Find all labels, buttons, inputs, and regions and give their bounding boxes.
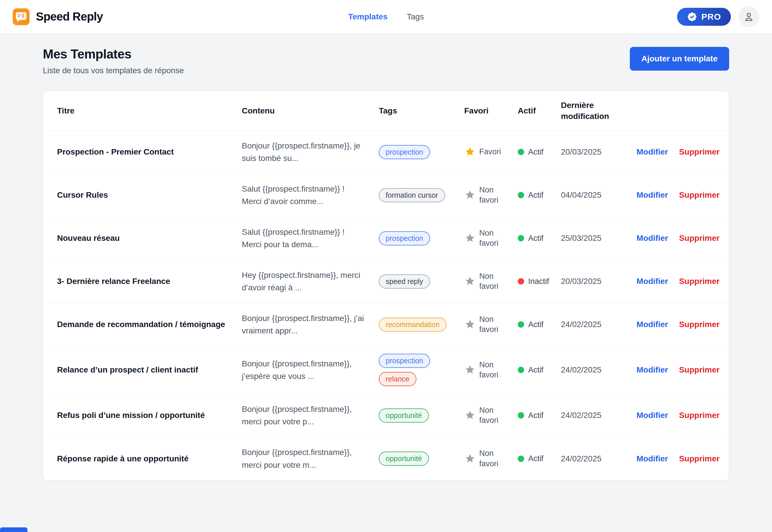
row-title: Prospection - Premier Contact	[57, 146, 242, 157]
row-status: Actif	[518, 366, 561, 375]
tag-pill: prospection	[379, 145, 430, 159]
row-title: Nouveau réseau	[57, 232, 242, 244]
person-icon	[743, 11, 755, 23]
edit-link[interactable]: Modifier	[637, 411, 668, 420]
row-content-preview: Salut {{prospect.firstname}} ! Merci d’a…	[242, 183, 373, 208]
add-template-button[interactable]: Ajouter un template	[630, 47, 729, 71]
favorite-label: Non favori	[479, 185, 509, 205]
tag-pill: opportunité	[379, 452, 429, 466]
edit-link[interactable]: Modifier	[637, 190, 668, 200]
active-dot-icon	[518, 367, 524, 373]
tag-pill: opportunité	[379, 408, 429, 423]
row-favorite: Non favori	[464, 185, 518, 205]
table-row: Refus poli d’une mission / opportunitéBo…	[43, 394, 729, 437]
edit-link[interactable]: Modifier	[637, 320, 668, 329]
row-actions: ModifierSupprimer	[637, 365, 720, 375]
favorite-label: Non favori	[479, 405, 509, 425]
speed-reply-logo-icon	[13, 8, 30, 25]
table-row: Demande de recommandation / témoignageBo…	[43, 303, 729, 346]
tag-pill: relance	[379, 372, 417, 386]
row-title: Relance d’un prospect / client inactif	[57, 364, 242, 375]
row-status: Actif	[518, 148, 561, 157]
nav-item-tags[interactable]: Tags	[407, 12, 424, 21]
row-tags: opportunité	[379, 452, 464, 466]
row-last-modified: 20/03/2025	[561, 277, 637, 286]
nonfavorite-star-icon[interactable]	[464, 364, 476, 376]
nonfavorite-star-icon[interactable]	[464, 319, 476, 330]
active-dot-icon	[518, 412, 524, 419]
delete-link[interactable]: Supprimer	[679, 147, 720, 157]
edit-link[interactable]: Modifier	[637, 234, 668, 243]
row-last-modified: 04/04/2025	[561, 190, 637, 200]
row-actions: ModifierSupprimer	[637, 277, 720, 286]
column-header-actif: Actif	[518, 105, 561, 116]
row-actions: ModifierSupprimer	[637, 190, 720, 200]
table-row: Relance d’un prospect / client inactifBo…	[43, 346, 729, 394]
row-tags: opportunité	[379, 408, 464, 423]
tag-pill: speed reply	[379, 274, 430, 289]
row-favorite: Non favori	[464, 448, 518, 469]
row-tags: prospection	[379, 145, 464, 159]
tag-pill: prospection	[379, 354, 430, 368]
active-dot-icon	[518, 456, 524, 462]
favorite-label: Non favori	[479, 360, 509, 380]
column-header-favori: Favori	[464, 105, 518, 116]
status-label: Actif	[528, 366, 544, 375]
user-avatar[interactable]	[738, 6, 759, 27]
row-title: Réponse rapide à une opportunité	[57, 453, 242, 464]
row-last-modified: 24/02/2025	[561, 411, 637, 420]
row-favorite: Non favori	[464, 228, 518, 248]
bottom-left-blue-indicator[interactable]	[0, 527, 27, 532]
status-label: Actif	[528, 234, 544, 243]
edit-link[interactable]: Modifier	[637, 365, 668, 375]
row-tags: speed reply	[379, 274, 464, 289]
nav-item-templates[interactable]: Templates	[348, 12, 388, 21]
row-actions: ModifierSupprimer	[637, 454, 720, 463]
row-content-preview: Bonjour {{prospect.firstname}}, j’ai vra…	[242, 312, 373, 337]
row-status: Actif	[518, 411, 561, 420]
edit-link[interactable]: Modifier	[637, 147, 668, 157]
favorite-star-icon[interactable]	[464, 146, 476, 158]
delete-link[interactable]: Supprimer	[679, 454, 720, 463]
nonfavorite-star-icon[interactable]	[464, 453, 476, 465]
nonfavorite-star-icon[interactable]	[464, 232, 476, 244]
active-dot-icon	[518, 235, 524, 241]
table-row: Réponse rapide à une opportunitéBonjour …	[43, 437, 729, 480]
active-dot-icon	[518, 321, 524, 328]
row-favorite: Favori	[464, 146, 518, 158]
row-actions: ModifierSupprimer	[637, 147, 720, 157]
row-status: Actif	[518, 454, 561, 463]
row-content-preview: Salut {{prospect.firstname}} ! Merci pou…	[242, 226, 373, 251]
main-content: Mes Templates Liste de tous vos template…	[0, 34, 772, 480]
row-tags: recommandation	[379, 318, 464, 332]
status-label: Actif	[528, 191, 544, 200]
column-header-tags: Tags	[379, 105, 464, 116]
delete-link[interactable]: Supprimer	[679, 411, 720, 420]
row-favorite: Non favori	[464, 360, 518, 380]
delete-link[interactable]: Supprimer	[679, 277, 720, 286]
delete-link[interactable]: Supprimer	[679, 365, 720, 375]
edit-link[interactable]: Modifier	[637, 277, 668, 286]
tag-pill: prospection	[379, 231, 430, 245]
column-header-contenu: Contenu	[242, 105, 379, 116]
table-row: Nouveau réseauSalut {{prospect.firstname…	[43, 217, 729, 260]
nonfavorite-star-icon[interactable]	[464, 189, 476, 201]
row-content-preview: Hey {{prospect.firstname}}, merci d’avoi…	[242, 269, 373, 294]
delete-link[interactable]: Supprimer	[679, 190, 720, 200]
delete-link[interactable]: Supprimer	[679, 320, 720, 329]
nonfavorite-star-icon[interactable]	[464, 276, 476, 287]
inactive-dot-icon	[518, 278, 524, 285]
row-actions: ModifierSupprimer	[637, 320, 720, 329]
badge-check-icon	[687, 12, 697, 22]
page-head: Mes Templates Liste de tous vos template…	[43, 47, 729, 75]
delete-link[interactable]: Supprimer	[679, 234, 720, 243]
favorite-label: Non favori	[479, 314, 509, 335]
status-label: Actif	[528, 454, 544, 463]
nonfavorite-star-icon[interactable]	[464, 410, 476, 421]
favorite-label: Non favori	[479, 271, 509, 291]
table-row: Cursor RulesSalut {{prospect.firstname}}…	[43, 174, 729, 217]
pro-label: PRO	[701, 12, 721, 22]
row-title: Demande de recommandation / témoignage	[57, 319, 242, 330]
edit-link[interactable]: Modifier	[637, 454, 668, 463]
row-favorite: Non favori	[464, 271, 518, 291]
